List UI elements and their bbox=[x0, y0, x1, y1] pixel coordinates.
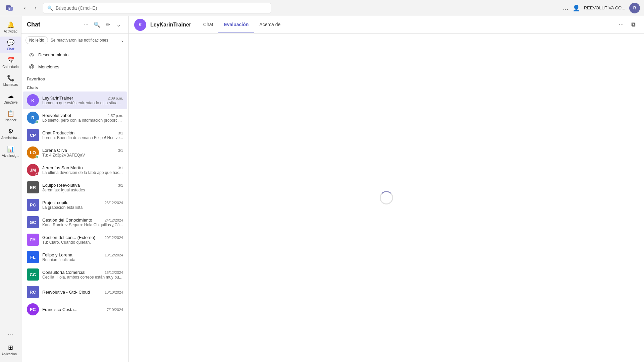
chat-item-jeremias[interactable]: JM Jeremías San Martín 3/1 La ultima dev… bbox=[23, 161, 127, 179]
chat-item-lorenaoliva[interactable]: LO Lorena Oliva 3/1 Tú: 4IZc3p2VBAFEQaV bbox=[23, 144, 127, 161]
chat-item-time: 2:09 p.m. bbox=[108, 96, 123, 100]
user-avatar[interactable]: R bbox=[629, 3, 640, 13]
nav-label-descubrimiento: Descubrimiento bbox=[38, 52, 68, 57]
sidebar-item-more[interactable]: ··· bbox=[0, 328, 21, 340]
chat-item-name: Project copilot bbox=[42, 200, 70, 205]
chat-item-preview: Lorena: Buen fin de semana Felipe! Nos v… bbox=[42, 135, 123, 140]
search-chat-button[interactable]: 🔍 bbox=[92, 20, 102, 29]
avatar-projectcopilot: PC bbox=[27, 199, 39, 211]
avatar-franciscocosta: FC bbox=[27, 303, 39, 315]
chat-item-time: 20/12/2024 bbox=[105, 236, 123, 240]
avatar-wrap-equipo: ER bbox=[27, 181, 39, 193]
back-button[interactable]: ‹ bbox=[20, 3, 30, 13]
more-options-button[interactable]: ... bbox=[563, 4, 569, 12]
chat-list-header: Chat ··· 🔍 ✏ ⌄ bbox=[21, 16, 128, 34]
chat-item-name: Reevolutiva - Gtd- Cloud bbox=[42, 290, 90, 295]
sidebar-item-calendario[interactable]: 📅 Calendario bbox=[0, 54, 21, 71]
chat-item-preview: Cecilia: Hola, ambos correos están muy b… bbox=[42, 275, 123, 280]
search-input[interactable] bbox=[56, 5, 267, 11]
section-favoritos: Favoritos bbox=[21, 74, 128, 83]
avatar-wrap-leykarintrainer: K bbox=[27, 94, 39, 106]
more-icon: ··· bbox=[7, 330, 15, 338]
chat-item-gestionexterno[interactable]: FM Gestion del con... (Externo) 20/12/20… bbox=[23, 231, 127, 248]
avatar-consultoriacomercial: CC bbox=[27, 268, 39, 281]
chat-item-projectcopilot[interactable]: PC Project copilot 26/12/2024 La grabaci… bbox=[23, 196, 127, 214]
chat-item-chatproduccion[interactable]: CP Chat Producción 3/1 Lorena: Buen fin … bbox=[23, 126, 127, 144]
onedrive-icon: ☁ bbox=[7, 92, 15, 100]
chat-item-top: Equipo Reevolutiva 3/1 bbox=[42, 183, 123, 188]
sidebar-item-aplicaciones[interactable]: ⊞ Aplicacion... bbox=[0, 342, 21, 358]
avatar-wrap-franciscocosta: FC bbox=[27, 303, 39, 315]
top-bar: T ‹ › 🔍 ... 👤 REEVOLUTIVA CO... R bbox=[0, 0, 644, 16]
main-layout: 🔔 Actividad 💬 Chat 📅 Calendario 📞 Llamad… bbox=[0, 16, 644, 362]
avatar-gestionconocimiento: GC bbox=[27, 216, 39, 228]
nav-item-menciones[interactable]: @ Menciones bbox=[23, 61, 127, 73]
sidebar-label-administra: Administra... bbox=[1, 136, 20, 140]
avatar-equipo: ER bbox=[27, 181, 39, 193]
chat-item-top: Gestion del con... (Externo) 20/12/2024 bbox=[42, 235, 123, 240]
more-options-chat-button[interactable]: ··· bbox=[82, 20, 91, 29]
chat-header-name[interactable]: LeyKarinTrainer bbox=[150, 22, 191, 28]
chat-item-name: Francisco Costa... bbox=[42, 307, 77, 312]
chat-item-top: Felipe y Lorena 18/12/2024 bbox=[42, 252, 123, 257]
avatar-wrap-projectcopilot: PC bbox=[27, 199, 39, 211]
chat-item-equiporeevolutiva[interactable]: ER Equipo Reevolutiva 3/1 Jeremías: Igua… bbox=[23, 179, 127, 196]
sidebar-item-viva[interactable]: 📊 Viva Insig... bbox=[0, 143, 21, 160]
chat-item-franciscocosta[interactable]: FC Francisco Costa... 7/10/2024 bbox=[23, 301, 127, 318]
tab-evaluacion-label: Evaluación bbox=[224, 22, 249, 27]
chat-item-time: 16/12/2024 bbox=[105, 270, 123, 275]
chat-item-felipelorena[interactable]: FL Felipe y Lorena 18/12/2024 Reunión fi… bbox=[23, 248, 127, 266]
viva-icon: 📊 bbox=[7, 145, 15, 153]
avatar-chatproduccion: CP bbox=[27, 129, 39, 141]
filter-chevron-button[interactable]: ⌄ bbox=[120, 38, 124, 43]
chat-list-panel: Chat ··· 🔍 ✏ ⌄ No leído Se reactivaron l… bbox=[21, 16, 129, 362]
sidebar-item-actividad[interactable]: 🔔 Actividad bbox=[0, 19, 21, 35]
forward-button[interactable]: › bbox=[31, 3, 40, 13]
chat-header-popout-button[interactable]: ⧉ bbox=[628, 19, 639, 30]
top-bar-right: ... 👤 REEVOLUTIVA CO... R bbox=[563, 3, 640, 13]
chat-item-name: LeyKarinTrainer bbox=[42, 96, 73, 101]
unread-filter-button[interactable]: No leído bbox=[25, 36, 48, 44]
calendario-icon: 📅 bbox=[7, 56, 15, 64]
sidebar-label-llamadas: Llamadas bbox=[3, 83, 18, 86]
status-dot-jeremias bbox=[36, 173, 39, 176]
search-bar[interactable]: 🔍 bbox=[43, 3, 271, 13]
avatar-wrap-jeremias: JM bbox=[27, 164, 39, 176]
chat-item-leykarintrainer[interactable]: K LeyKarinTrainer 2:09 p.m. Lamento que … bbox=[23, 92, 127, 109]
nav-item-descubrimiento[interactable]: ◎ Descubrimiento bbox=[23, 49, 127, 61]
avatar-gestionexterno: FM bbox=[27, 234, 39, 246]
chat-item-consultoriacomercial[interactable]: CC Consultoría Comercial 16/12/2024 Ceci… bbox=[23, 266, 127, 283]
chat-item-preview: La grabación está lista bbox=[42, 205, 123, 210]
chat-item-reevolutivacloud[interactable]: RC Reevolutiva - Gtd- Cloud 10/10/2024 bbox=[23, 283, 127, 301]
chat-list-actions: ··· 🔍 ✏ ⌄ bbox=[82, 20, 123, 29]
chat-item-preview: La ultima devercion de la tabb app que h… bbox=[42, 170, 123, 175]
chat-item-time: 24/12/2024 bbox=[105, 218, 123, 222]
new-chat-button[interactable]: ✏ bbox=[103, 20, 112, 29]
chat-item-time: 3/1 bbox=[118, 183, 123, 187]
chat-item-gestionconocimiento[interactable]: GC Gestión del Conocimiento 24/12/2024 K… bbox=[23, 214, 127, 231]
tab-acercade[interactable]: Acerca de bbox=[254, 16, 286, 33]
chat-item-name: Gestión del Conocimiento bbox=[42, 218, 92, 223]
chat-item-top: Francisco Costa... 7/10/2024 bbox=[42, 307, 123, 312]
avatar-wrap-felipelorena: FL bbox=[27, 251, 39, 263]
chat-item-top: Gestión del Conocimiento 24/12/2024 bbox=[42, 218, 123, 223]
chat-icon: 💬 bbox=[7, 39, 15, 47]
user-display-name[interactable]: REEVOLUTIVA CO... bbox=[584, 5, 625, 10]
chat-item-info-leykarintrainer: LeyKarinTrainer 2:09 p.m. Lamento que es… bbox=[42, 96, 123, 105]
avatar-reevolutivacloud: RC bbox=[27, 286, 39, 298]
sidebar-item-llamadas[interactable]: 📞 Llamadas bbox=[0, 72, 21, 88]
filter-banner-text: Se reactivaron las notificaciones bbox=[51, 38, 118, 43]
sidebar-item-administra[interactable]: ⚙ Administra... bbox=[0, 125, 21, 142]
chat-item-reevolutivabot[interactable]: R Reevolutivabot 1:57 p.m. Lo siento, pe… bbox=[23, 109, 127, 126]
tab-chat[interactable]: Chat bbox=[198, 16, 219, 33]
sidebar-item-planner[interactable]: 📋 Planner bbox=[0, 108, 21, 124]
sidebar-item-chat[interactable]: 💬 Chat bbox=[0, 37, 21, 53]
sidebar-item-onedrive[interactable]: ☁ OneDrive bbox=[0, 90, 21, 106]
chat-item-info-consultoriacomercial: Consultoría Comercial 16/12/2024 Cecilia… bbox=[42, 270, 123, 280]
chat-item-info-chatproduccion: Chat Producción 3/1 Lorena: Buen fin de … bbox=[42, 130, 123, 140]
filter-expand-button[interactable]: ⌄ bbox=[114, 20, 123, 29]
planner-icon: 📋 bbox=[7, 110, 15, 118]
tab-evaluacion[interactable]: Evaluación bbox=[218, 16, 254, 33]
chat-header-more-button[interactable]: ··· bbox=[616, 19, 627, 30]
chat-item-top: Consultoría Comercial 16/12/2024 bbox=[42, 270, 123, 275]
